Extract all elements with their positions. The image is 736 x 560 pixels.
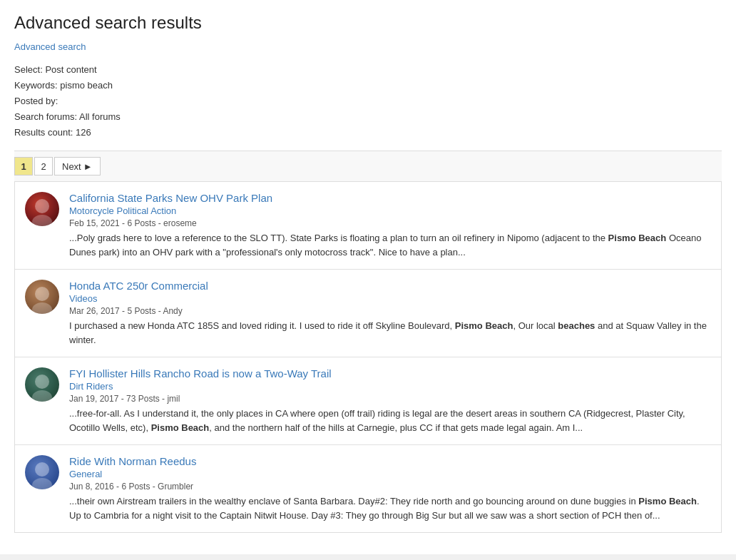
keywords-value: pismo beach xyxy=(60,80,113,91)
forums-meta: Search forums: All forums xyxy=(14,109,722,125)
result-category[interactable]: Dirt Riders xyxy=(69,381,711,392)
svg-point-1 xyxy=(32,215,52,226)
search-meta: Select: Post content Keywords: pismo bea… xyxy=(14,62,722,141)
result-item: California State Parks New OHV Park Plan… xyxy=(15,182,721,270)
results-meta: Results count: 126 xyxy=(14,125,722,141)
svg-point-4 xyxy=(35,375,49,389)
advanced-search-link[interactable]: Advanced search xyxy=(14,41,86,52)
avatar xyxy=(25,192,59,226)
result-item: FYI Hollister Hills Rancho Road is now a… xyxy=(15,357,721,445)
svg-point-0 xyxy=(35,199,49,213)
avatar xyxy=(25,280,59,314)
results-value: 126 xyxy=(76,127,91,138)
next-button[interactable]: Next ► xyxy=(54,157,101,175)
results-label: Results count: xyxy=(14,127,73,138)
avatar xyxy=(25,367,59,402)
result-title[interactable]: Honda ATC 250r Commercial xyxy=(69,280,208,292)
result-excerpt: ...their own Airstream trailers in the w… xyxy=(69,494,711,522)
result-item: Honda ATC 250r CommercialVideosMar 26, 2… xyxy=(15,270,721,357)
result-meta: Feb 15, 2021 - 6 Posts - eroseme xyxy=(69,218,711,228)
keywords-label: Keywords: xyxy=(14,80,58,91)
posted-by-label: Posted by: xyxy=(14,96,58,106)
result-excerpt: I purchased a new Honda ATC 185S and lov… xyxy=(69,319,711,347)
posted-by-meta: Posted by: xyxy=(14,93,722,109)
result-content: Honda ATC 250r CommercialVideosMar 26, 2… xyxy=(69,280,711,347)
result-content: Ride With Norman ReedusGeneralJun 8, 201… xyxy=(69,455,711,522)
result-excerpt: ...Poly grads here to love a reference t… xyxy=(69,231,711,259)
svg-point-7 xyxy=(32,478,52,489)
result-title[interactable]: California State Parks New OHV Park Plan xyxy=(69,192,272,204)
result-meta: Jun 8, 2016 - 6 Posts - Grumbler xyxy=(69,482,711,492)
result-content: California State Parks New OHV Park Plan… xyxy=(69,192,711,259)
result-category[interactable]: Videos xyxy=(69,293,711,304)
results-list: California State Parks New OHV Park Plan… xyxy=(14,182,722,533)
select-value: Post content xyxy=(45,64,96,75)
page-2-button[interactable]: 2 xyxy=(34,157,53,175)
keywords-meta: Keywords: pismo beach xyxy=(14,78,722,93)
result-title[interactable]: FYI Hollister Hills Rancho Road is now a… xyxy=(69,367,332,380)
pagination: 1 2 Next ► xyxy=(14,151,722,182)
result-item: Ride With Norman ReedusGeneralJun 8, 201… xyxy=(15,445,721,532)
result-category[interactable]: Motorcycle Political Action xyxy=(69,205,711,216)
result-category[interactable]: General xyxy=(69,469,711,479)
avatar xyxy=(25,455,59,489)
svg-point-3 xyxy=(32,302,52,314)
result-title[interactable]: Ride With Norman Reedus xyxy=(69,455,196,467)
svg-point-2 xyxy=(35,287,49,301)
next-label: Next xyxy=(62,161,81,172)
svg-point-6 xyxy=(35,462,49,477)
select-meta: Select: Post content xyxy=(14,62,722,78)
svg-point-5 xyxy=(32,390,52,402)
next-arrow-icon: ► xyxy=(83,161,93,172)
select-label: Select: xyxy=(14,64,43,75)
page-title: Advanced search results xyxy=(14,13,722,33)
result-content: FYI Hollister Hills Rancho Road is now a… xyxy=(69,367,711,434)
result-excerpt: ...free-for-all. As I understand it, the… xyxy=(69,407,711,434)
page-1-button[interactable]: 1 xyxy=(14,157,33,175)
forums-value: All forums xyxy=(79,111,121,122)
result-meta: Mar 26, 2017 - 5 Posts - Andy xyxy=(69,306,711,316)
result-meta: Jan 19, 2017 - 73 Posts - jmil xyxy=(69,394,711,404)
page-wrapper: Advanced search results Advanced search … xyxy=(0,0,736,554)
forums-label: Search forums: xyxy=(14,111,77,122)
